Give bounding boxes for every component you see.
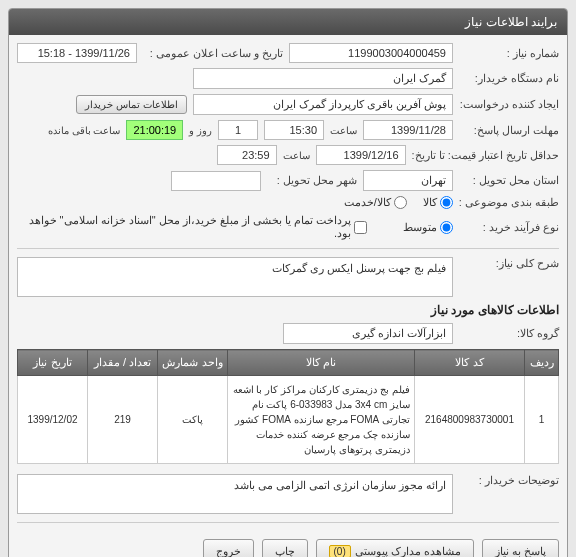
td-row: 1 xyxy=(525,376,559,464)
radio-goods-input[interactable] xyxy=(440,196,453,209)
buyer-notes-textarea[interactable]: ارائه مجوز سازمان انرژی اتمی الزامی می ب… xyxy=(17,474,453,514)
time-label-2: ساعت xyxy=(283,150,310,161)
radio-goods-label: کالا xyxy=(423,196,437,209)
deliver-prov-field: تهران xyxy=(363,170,453,191)
validity-time-field: 23:59 xyxy=(217,145,277,165)
countdown-timer: 21:00:19 xyxy=(126,120,183,140)
attachments-count-badge: (0) xyxy=(329,545,351,557)
announce-label: تاریخ و ساعت اعلان عمومی : xyxy=(143,47,283,60)
th-qty: تعداد / مقدار xyxy=(88,350,158,376)
timer-label: ساعت باقی مانده xyxy=(48,125,121,136)
th-code: کد کالا xyxy=(415,350,525,376)
table-header-row: ردیف کد کالا نام کالا واحد شمارش تعداد /… xyxy=(18,350,559,376)
th-row: ردیف xyxy=(525,350,559,376)
checkbox-paynote-label: پرداخت تمام یا بخشی از مبلغ خرید،از محل … xyxy=(27,214,351,240)
main-panel: برایند اطلاعات نیاز شماره نیاز : 1199003… xyxy=(8,8,568,557)
deadline-label: مهلت ارسال پاسخ: xyxy=(459,124,559,137)
req-no-field: 1199003004000459 xyxy=(289,43,453,63)
attachments-button[interactable]: مشاهده مدارک پیوستی (0) xyxy=(316,539,474,557)
exit-button[interactable]: خروج xyxy=(203,539,254,557)
buyer-notes-label: توضیحات خریدار : xyxy=(459,474,559,487)
print-button-label: چاپ xyxy=(275,545,295,557)
th-date: تاریخ نیاز xyxy=(18,350,88,376)
td-date: 1399/12/02 xyxy=(18,376,88,464)
radio-medium-label: متوسط xyxy=(403,221,437,234)
proc-type-label: نوع فرآیند خرید : xyxy=(459,221,559,234)
panel-body: شماره نیاز : 1199003004000459 تاریخ و سا… xyxy=(9,35,567,557)
deadline-time-field: 15:30 xyxy=(264,120,324,140)
creator-label: ایجاد کننده درخواست: xyxy=(459,98,559,111)
th-unit: واحد شمارش xyxy=(158,350,228,376)
deliver-city-label: شهر محل تحویل : xyxy=(267,174,357,187)
checkbox-paynote-input[interactable] xyxy=(354,221,367,234)
buyer-org-field: گمرک ایران xyxy=(193,68,453,89)
days-remain-field: 1 xyxy=(218,120,258,140)
panel-title: برایند اطلاعات نیاز xyxy=(9,9,567,35)
print-button[interactable]: چاپ xyxy=(262,539,308,557)
budget-label: طبقه بندی موضوعی : xyxy=(459,196,559,209)
exit-button-label: خروج xyxy=(216,545,241,557)
contact-button[interactable]: اطلاعات تماس خریدار xyxy=(76,95,187,114)
answer-button[interactable]: پاسخ به نیاز xyxy=(482,539,559,557)
items-section-title: اطلاعات کالاهای مورد نیاز xyxy=(17,303,559,317)
validity-label: حداقل تاریخ اعتبار قیمت: تا تاریخ: xyxy=(412,149,559,162)
group-field: ابزارآلات اندازه گیری xyxy=(283,323,453,344)
th-name: نام کالا xyxy=(228,350,415,376)
items-table: ردیف کد کالا نام کالا واحد شمارش تعداد /… xyxy=(17,349,559,464)
announce-field: 1399/11/26 - 15:18 xyxy=(17,43,137,63)
td-qty: 219 xyxy=(88,376,158,464)
radio-service-input[interactable] xyxy=(394,196,407,209)
table-row[interactable]: 1 2164800983730001 فیلم بج دزیمتری کارکن… xyxy=(18,376,559,464)
validity-date-field: 1399/12/16 xyxy=(316,145,406,165)
summary-textarea[interactable]: فیلم بج جهت پرسنل ایکس ری گمرکات xyxy=(17,257,453,297)
days-label: روز و xyxy=(189,125,212,136)
footer-buttons: پاسخ به نیاز مشاهده مدارک پیوستی (0) چاپ… xyxy=(17,531,559,557)
deliver-prov-label: استان محل تحویل : xyxy=(459,174,559,187)
creator-field: پوش آفرین باقری کارپرداز گمرک ایران xyxy=(193,94,453,115)
summary-label: شرح کلی نیاز: xyxy=(459,257,559,270)
deliver-city-field xyxy=(171,171,261,191)
time-label-1: ساعت xyxy=(330,125,357,136)
buyer-org-label: نام دستگاه خریدار: xyxy=(459,72,559,85)
radio-service-label: کالا/خدمت xyxy=(344,196,391,209)
answer-button-label: پاسخ به نیاز xyxy=(495,545,546,557)
attachments-button-label: مشاهده مدارک پیوستی xyxy=(355,545,461,557)
group-label: گروه کالا: xyxy=(459,327,559,340)
radio-medium-input[interactable] xyxy=(440,221,453,234)
td-unit: پاکت xyxy=(158,376,228,464)
td-name: فیلم بج دزیمتری کارکنان مراکز کار با اشع… xyxy=(228,376,415,464)
req-no-label: شماره نیاز : xyxy=(459,47,559,60)
checkbox-paynote[interactable]: پرداخت تمام یا بخشی از مبلغ خرید،از محل … xyxy=(27,214,367,240)
deadline-date-field: 1399/11/28 xyxy=(363,120,453,140)
radio-goods[interactable]: کالا xyxy=(423,196,453,209)
radio-medium[interactable]: متوسط xyxy=(403,221,453,234)
radio-service[interactable]: کالا/خدمت xyxy=(344,196,407,209)
td-code: 2164800983730001 xyxy=(415,376,525,464)
